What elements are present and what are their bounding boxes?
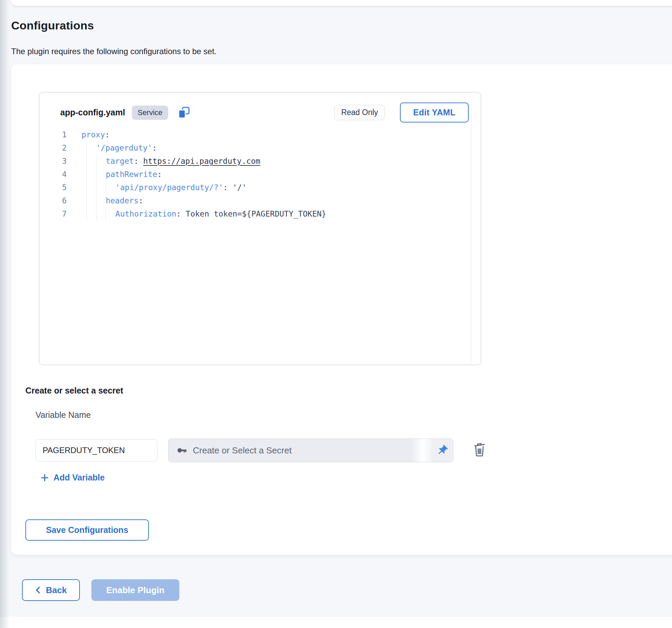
editor-scroll-divider xyxy=(471,114,471,362)
delete-variable-button[interactable] xyxy=(472,440,487,459)
bottom-strip xyxy=(0,617,672,628)
copy-icon xyxy=(178,106,191,119)
code-line: 2'/pagerduty': xyxy=(39,141,469,155)
chevron-left-icon xyxy=(35,586,42,594)
yaml-code[interactable]: 1proxy:2'/pagerduty':3target: https://ap… xyxy=(39,128,469,362)
service-badge: Service xyxy=(132,106,168,120)
secret-select-placeholder: Create or Select a Secret xyxy=(193,445,292,456)
back-button[interactable]: Back xyxy=(22,579,80,601)
select-fade xyxy=(411,439,431,462)
copy-button[interactable] xyxy=(178,106,191,119)
back-button-label: Back xyxy=(46,585,67,596)
editor-filename: app-config.yaml xyxy=(60,108,125,117)
pushpin-icon xyxy=(436,444,448,456)
page-subtitle: The plugin requires the following config… xyxy=(11,47,217,56)
save-configurations-button[interactable]: Save Configurations xyxy=(25,519,149,541)
plus-icon xyxy=(41,474,49,482)
page-title: Configurations xyxy=(11,19,94,32)
code-line: 7Authorization: Token token=${PAGERDUTY_… xyxy=(39,207,469,221)
code-line: 4pathRewrite: xyxy=(39,168,469,181)
code-line: 1proxy: xyxy=(39,128,469,141)
configurations-card: app-config.yaml Service Read Only Edit Y… xyxy=(11,64,672,555)
key-icon xyxy=(177,445,187,456)
previous-section-card xyxy=(11,0,672,6)
enable-plugin-button[interactable]: Enable Plugin xyxy=(91,579,179,601)
code-line: 3target: https://api.pagerduty.com xyxy=(39,155,469,168)
edit-yaml-button[interactable]: Edit YAML xyxy=(400,103,469,122)
add-variable-button[interactable]: Add Variable xyxy=(41,473,105,483)
plugin-configuration-page: Configurations The plugin requires the f… xyxy=(0,0,672,628)
code-line: 6headers: xyxy=(39,194,469,207)
add-variable-label: Add Variable xyxy=(53,473,105,483)
pin-button[interactable] xyxy=(431,439,453,462)
trash-icon xyxy=(472,441,487,458)
secret-section-heading: Create or select a secret xyxy=(25,386,123,396)
left-edge-shadow xyxy=(0,0,9,628)
variable-name-label: Variable Name xyxy=(36,410,91,420)
yaml-editor-card: app-config.yaml Service Read Only Edit Y… xyxy=(39,92,481,365)
read-only-badge: Read Only xyxy=(334,105,385,120)
variable-name-input[interactable] xyxy=(36,439,157,462)
code-line: 5'api/proxy/pagerduty/?': '/' xyxy=(39,181,469,194)
editor-header: app-config.yaml Service Read Only Edit Y… xyxy=(39,92,481,122)
secret-select[interactable]: Create or Select a Secret xyxy=(168,439,453,462)
